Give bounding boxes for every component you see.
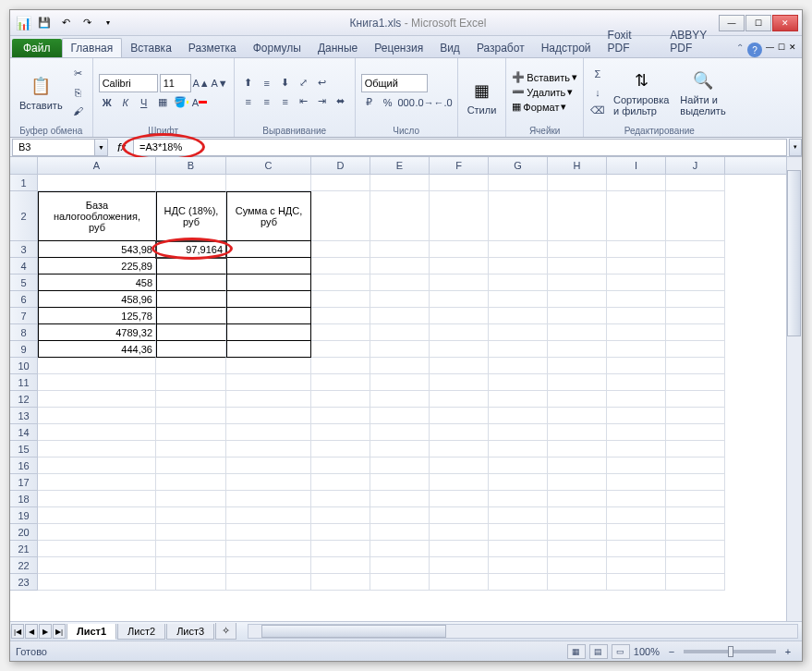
select-all-corner[interactable] <box>10 157 38 174</box>
cell-F9[interactable] <box>430 341 489 358</box>
cell-B18[interactable] <box>156 491 226 507</box>
cell-C7[interactable] <box>226 308 311 324</box>
row-header-6[interactable]: 6 <box>10 291 38 308</box>
cell-B11[interactable] <box>156 374 226 391</box>
cell-H22[interactable] <box>548 557 607 574</box>
cell-J8[interactable] <box>666 324 725 341</box>
orientation-button[interactable]: ⤢ <box>296 75 312 92</box>
row-header-20[interactable]: 20 <box>10 524 38 541</box>
font-size-dropdown[interactable] <box>160 74 191 92</box>
cell-G4[interactable] <box>489 258 548 274</box>
vertical-scrollbar[interactable] <box>786 157 802 621</box>
cell-D21[interactable] <box>311 541 370 557</box>
cell-C9[interactable] <box>226 341 311 358</box>
cell-H9[interactable] <box>548 341 607 358</box>
align-top-button[interactable]: ⬆ <box>240 75 257 92</box>
cell-J1[interactable] <box>666 175 725 191</box>
cell-C3[interactable] <box>226 241 311 258</box>
cell-E14[interactable] <box>370 424 430 441</box>
cell-F22[interactable] <box>430 557 489 574</box>
cell-A18[interactable] <box>38 491 156 507</box>
cell-B1[interactable] <box>156 175 226 191</box>
copy-button[interactable]: ⎘ <box>70 84 87 101</box>
cell-J19[interactable] <box>666 507 725 524</box>
cell-B12[interactable] <box>156 391 226 408</box>
align-bottom-button[interactable]: ⬇ <box>277 75 294 92</box>
cell-F2[interactable] <box>430 191 489 241</box>
cell-F4[interactable] <box>430 258 489 274</box>
cell-B10[interactable] <box>156 358 226 374</box>
formula-expand-icon[interactable]: ▾ <box>789 139 802 156</box>
cell-A12[interactable] <box>38 391 156 408</box>
cell-G15[interactable] <box>489 441 548 458</box>
cell-D6[interactable] <box>311 291 370 308</box>
cell-C4[interactable] <box>226 258 311 274</box>
cell-E6[interactable] <box>370 291 430 308</box>
row-header-16[interactable]: 16 <box>10 458 38 474</box>
cell-F15[interactable] <box>430 441 489 458</box>
cell-D2[interactable] <box>311 191 370 241</box>
cell-J14[interactable] <box>666 424 725 441</box>
cell-J11[interactable] <box>666 374 725 391</box>
cell-J15[interactable] <box>666 441 725 458</box>
paste-button[interactable]: 📋 Вставить <box>16 72 67 113</box>
cell-J7[interactable] <box>666 308 725 324</box>
cell-J10[interactable] <box>666 358 725 374</box>
cell-G22[interactable] <box>489 557 548 574</box>
cell-C5[interactable] <box>226 274 311 291</box>
decrease-decimal-button[interactable]: ←.0 <box>435 94 452 111</box>
grid-scroll[interactable]: 12База налогообложения, рубНДС (18%), ру… <box>10 175 802 621</box>
cell-F13[interactable] <box>430 408 489 424</box>
font-color-button[interactable]: A <box>191 94 208 111</box>
cell-C6[interactable] <box>226 291 311 308</box>
workbook-max-icon[interactable]: ☐ <box>778 43 785 57</box>
cell-D8[interactable] <box>311 324 370 341</box>
tab-developer[interactable]: Разработ <box>468 39 533 57</box>
cell-C23[interactable] <box>226 574 311 591</box>
cell-E9[interactable] <box>370 341 430 358</box>
sheet-tab-2[interactable]: Лист2 <box>117 624 165 640</box>
cell-H11[interactable] <box>548 374 607 391</box>
cell-B15[interactable] <box>156 441 226 458</box>
cell-D14[interactable] <box>311 424 370 441</box>
cell-I1[interactable] <box>607 175 666 191</box>
tab-home[interactable]: Главная <box>62 38 123 57</box>
cell-G8[interactable] <box>489 324 548 341</box>
cell-H13[interactable] <box>548 408 607 424</box>
cell-I18[interactable] <box>607 491 666 507</box>
name-box[interactable] <box>12 139 95 156</box>
cell-G6[interactable] <box>489 291 548 308</box>
fill-button[interactable]: ↓ <box>589 84 606 101</box>
styles-button[interactable]: ▦ Стили <box>464 77 501 117</box>
cells-format-button[interactable]: ▦Формат ▾ <box>512 101 577 113</box>
cell-I2[interactable] <box>607 191 666 241</box>
cell-I19[interactable] <box>607 507 666 524</box>
row-header-11[interactable]: 11 <box>10 374 38 391</box>
cell-J9[interactable] <box>666 341 725 358</box>
redo-button[interactable]: ↷ <box>78 14 96 32</box>
cell-B5[interactable] <box>156 274 226 291</box>
cell-F16[interactable] <box>430 458 489 474</box>
cell-G19[interactable] <box>489 507 548 524</box>
sort-filter-button[interactable]: ⇅ Сортировка и фильтр <box>610 67 673 118</box>
sheet-nav-first-icon[interactable]: |◀ <box>11 624 24 639</box>
cell-J12[interactable] <box>666 391 725 408</box>
cell-I5[interactable] <box>607 274 666 291</box>
bold-button[interactable]: Ж <box>99 94 115 111</box>
sheet-tab-3[interactable]: Лист3 <box>166 624 214 640</box>
cell-E5[interactable] <box>370 274 430 291</box>
align-middle-button[interactable]: ≡ <box>259 75 275 92</box>
cell-C17[interactable] <box>226 474 311 491</box>
cell-H17[interactable] <box>548 474 607 491</box>
sheet-tab-new[interactable]: ✧ <box>215 623 236 640</box>
cell-G1[interactable] <box>489 175 548 191</box>
col-header-A[interactable]: A <box>38 157 156 174</box>
cell-A13[interactable] <box>38 408 156 424</box>
cell-H8[interactable] <box>548 324 607 341</box>
undo-button[interactable]: ↶ <box>56 14 75 32</box>
cell-D12[interactable] <box>311 391 370 408</box>
cell-F7[interactable] <box>430 308 489 324</box>
clear-button[interactable]: ⌫ <box>589 103 606 119</box>
tab-foxit[interactable]: Foxit PDF <box>600 26 662 57</box>
cell-C16[interactable] <box>226 458 311 474</box>
